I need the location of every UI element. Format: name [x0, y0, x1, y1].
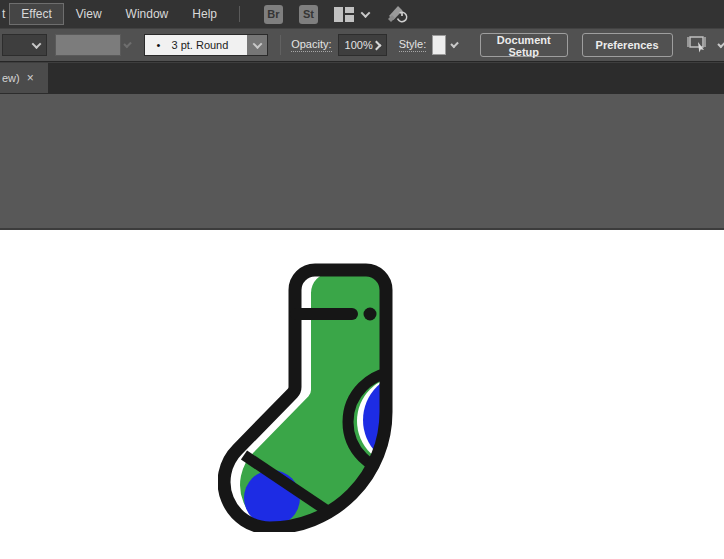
workspace-pane	[334, 7, 343, 22]
opacity-label[interactable]: Opacity:	[291, 38, 331, 52]
style-swatch[interactable]	[432, 35, 446, 55]
gpu-performance-glyph	[387, 4, 409, 24]
sock-cuff-dot	[364, 308, 377, 321]
menu-item-effect[interactable]: Effect	[9, 3, 63, 25]
document-tab-bar: ew) ×	[0, 62, 724, 94]
document-setup-button[interactable]: Document Setup	[480, 33, 568, 57]
menu-bar: t Effect View Window Help Br St	[0, 0, 724, 28]
sock-illustration[interactable]	[218, 262, 398, 532]
workspace-switcher-icon[interactable]	[334, 7, 354, 22]
control-bar: • 3 pt. Round Opacity: 100% Style: Docum…	[0, 28, 724, 62]
bridge-icon[interactable]: Br	[264, 5, 283, 24]
menu-item-partial[interactable]: t	[0, 7, 9, 21]
preferences-button[interactable]: Preferences	[582, 33, 673, 57]
controlbar-separator	[280, 35, 281, 55]
artboard-glyph	[687, 34, 713, 54]
brush-dot-icon: •	[145, 39, 171, 51]
document-tab[interactable]: ew) ×	[0, 63, 48, 93]
canvas-area	[0, 94, 724, 559]
artboard[interactable]	[0, 230, 724, 559]
chevron-down-icon	[253, 39, 263, 49]
opacity-field[interactable]: 100%	[338, 34, 387, 56]
chevron-down-icon[interactable]	[123, 39, 132, 48]
menu-item-window[interactable]: Window	[114, 3, 181, 25]
variant-dropdown[interactable]	[2, 34, 47, 56]
menubar-separator	[239, 6, 240, 22]
document-tab-label: ew)	[2, 72, 20, 84]
brush-dropdown-button[interactable]	[247, 35, 267, 55]
illustrator-window: t Effect View Window Help Br St	[0, 0, 724, 559]
chevron-down-icon[interactable]	[361, 8, 371, 18]
brush-preview: • 3 pt. Round	[145, 35, 247, 55]
workspace-pane	[345, 15, 354, 22]
chevron-down-icon[interactable]	[451, 39, 460, 48]
workspace-pane	[345, 7, 354, 14]
opacity-value: 100%	[345, 39, 373, 51]
menu-item-help[interactable]: Help	[180, 3, 229, 25]
artboard-tool-icon[interactable]	[687, 34, 713, 56]
stroke-swatch[interactable]	[55, 34, 121, 56]
chevron-down-icon[interactable]	[717, 39, 724, 48]
pasteboard[interactable]	[0, 94, 724, 228]
chevron-down-icon	[31, 39, 41, 49]
style-label[interactable]: Style:	[399, 38, 427, 52]
gpu-performance-icon[interactable]	[387, 4, 409, 24]
menu-item-view[interactable]: View	[64, 3, 114, 25]
stock-icon[interactable]: St	[299, 5, 318, 24]
brush-definition-dropdown[interactable]: • 3 pt. Round	[144, 34, 268, 56]
close-icon[interactable]: ×	[27, 71, 34, 85]
brush-name: 3 pt. Round	[171, 39, 228, 51]
